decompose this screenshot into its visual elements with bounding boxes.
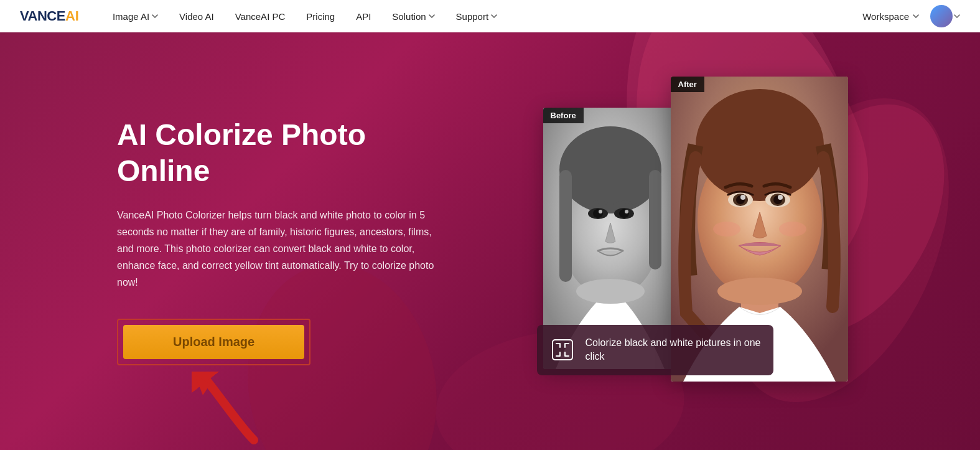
svg-point-28 <box>740 195 745 200</box>
svg-point-31 <box>779 222 806 237</box>
svg-point-21 <box>696 89 824 201</box>
svg-point-33 <box>717 278 802 305</box>
nav-item-vanceai-pc[interactable]: VanceAI PC <box>226 7 294 26</box>
logo-vance-text: VANCE <box>20 8 65 24</box>
colorize-icon <box>551 339 574 361</box>
upload-area: Upload Image <box>117 319 310 365</box>
chevron-down-icon <box>491 13 497 19</box>
upload-image-button[interactable]: Upload Image <box>123 325 304 359</box>
before-after-container: Before <box>543 77 848 394</box>
feature-icon-box <box>549 337 576 363</box>
svg-point-30 <box>713 222 740 237</box>
chevron-down-icon <box>152 13 158 19</box>
nav-item-api[interactable]: API <box>347 7 380 26</box>
avatar[interactable] <box>930 5 953 27</box>
nav-links: Image AI Video AI VanceAI PC Pricing API… <box>104 7 856 26</box>
svg-point-15 <box>599 210 602 213</box>
svg-point-16 <box>625 210 628 213</box>
nav-item-solution[interactable]: Solution <box>383 7 443 26</box>
chevron-down-icon <box>954 14 960 18</box>
nav-item-pricing[interactable]: Pricing <box>297 7 343 26</box>
svg-rect-10 <box>649 170 661 270</box>
user-avatar-dropdown[interactable] <box>930 5 960 27</box>
after-label: After <box>671 77 704 92</box>
hero-description: VanceAI Photo Colorizer helps turn black… <box>117 207 448 291</box>
chevron-down-icon <box>913 14 919 18</box>
hero-left-content: AI Colorize Photo Online VanceAI Photo C… <box>0 117 448 365</box>
chevron-down-icon <box>429 13 435 19</box>
hero-section: AI Colorize Photo Online VanceAI Photo C… <box>0 32 980 450</box>
upload-button-border: Upload Image <box>117 319 310 365</box>
workspace-button[interactable]: Workspace <box>856 7 925 26</box>
logo[interactable]: VANCE AI <box>20 8 79 24</box>
navbar-right: Workspace <box>856 5 960 27</box>
svg-rect-9 <box>559 170 572 282</box>
arrow-decoration <box>192 372 266 440</box>
hero-right-content: Before <box>448 89 980 394</box>
nav-item-support[interactable]: Support <box>447 7 506 26</box>
svg-point-18 <box>576 279 645 304</box>
before-label: Before <box>543 108 584 123</box>
svg-point-8 <box>559 126 661 213</box>
hero-title: AI Colorize Photo Online <box>117 117 448 189</box>
svg-rect-34 <box>553 340 572 360</box>
feature-badge-text: Colorize black and white pictures in one… <box>586 336 761 364</box>
svg-point-29 <box>778 195 783 200</box>
nav-item-image-ai[interactable]: Image AI <box>104 7 167 26</box>
logo-ai-text: AI <box>65 8 79 24</box>
nav-item-video-ai[interactable]: Video AI <box>170 7 223 26</box>
feature-badge: Colorize black and white pictures in one… <box>537 325 773 375</box>
arrow-icon <box>192 372 273 446</box>
navbar: VANCE AI Image AI Video AI VanceAI PC Pr… <box>0 0 980 32</box>
